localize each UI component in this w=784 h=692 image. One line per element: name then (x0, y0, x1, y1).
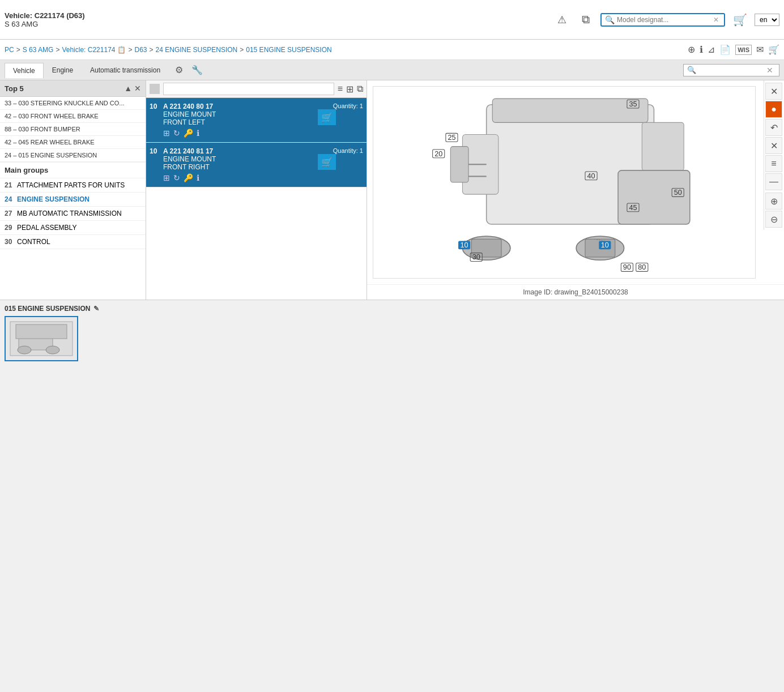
part-row-2[interactable]: 10 A 221 240 81 17 ENGINE MOUNT FRONT RI… (146, 143, 367, 187)
sep5: > (240, 46, 244, 54)
wis-icon[interactable]: WIS (735, 45, 752, 55)
sep1: > (16, 46, 20, 54)
parts-expand-icon[interactable]: ⧉ (357, 84, 363, 94)
top-bar-actions: ⚠ ⧉ 🔍 ✕ 🛒 en (553, 11, 779, 29)
breadcrumb-vehicle[interactable]: Vehicle: C221174 (62, 46, 115, 54)
image-caption: Image ID: drawing_B24015000238 (367, 284, 784, 300)
top5-header: Top 5 ▲ ✕ (0, 80, 146, 97)
zoom-in-icon[interactable]: ⊕ (688, 44, 695, 55)
part-name-1: ENGINE MOUNT (163, 110, 318, 118)
img-cross-icon[interactable]: ✕ (765, 137, 782, 154)
model-search-input[interactable] (617, 16, 713, 24)
img-close-icon[interactable]: ✕ (765, 83, 782, 100)
top5-item-5[interactable]: 24 – 015 ENGINE SUSPENSION (0, 149, 146, 162)
cart-btn-2[interactable]: 🛒 (318, 154, 336, 170)
bc-cart-icon[interactable]: 🛒 (768, 44, 779, 55)
zoom-in-btn[interactable]: ⊕ (765, 193, 782, 210)
content-area: Top 5 ▲ ✕ 33 – 030 STEERING KNUCKLE AND … (0, 80, 784, 366)
search-clear-icon[interactable]: ✕ (713, 16, 719, 24)
tab-bar: Vehicle Engine Automatic transmission ⚙ … (0, 60, 784, 80)
top5-item-2[interactable]: 42 – 030 FRONT WHEEL BRAKE (0, 110, 146, 123)
svg-text:45: 45 (629, 204, 637, 212)
part-key-icon-1[interactable]: 🔑 (184, 129, 193, 138)
breadcrumb-d63[interactable]: D63 (135, 46, 147, 54)
part-info-icon-2[interactable]: ℹ (197, 173, 199, 182)
vehicle-info: Vehicle: C221174 (D63) S 63 AMG (5, 11, 85, 28)
copy-icon[interactable]: ⧉ (577, 11, 595, 29)
copy-small-icon[interactable]: 📋 (117, 46, 126, 54)
part-key-icon-2[interactable]: 🔑 (184, 173, 193, 182)
top5-title: Top 5 (5, 84, 24, 93)
tab-bar-search: 🔍 ✕ (683, 64, 779, 76)
svg-text:10: 10 (601, 241, 609, 249)
group-item-27[interactable]: 27 MB AUTOMATIC TRANSMISSION (0, 207, 146, 221)
filter-icon[interactable]: ⊿ (708, 44, 715, 55)
breadcrumb-015[interactable]: 015 ENGINE SUSPENSION (246, 46, 331, 54)
tab-icon-gear[interactable]: ⚙ (171, 62, 187, 78)
svg-text:25: 25 (448, 134, 455, 142)
top5-item-1[interactable]: 33 – 030 STEERING KNUCKLE AND CO... (0, 97, 146, 110)
svg-text:50: 50 (674, 189, 682, 197)
tab-engine[interactable]: Engine (44, 62, 82, 78)
tab-vehicle[interactable]: Vehicle (5, 63, 44, 78)
part-refresh-icon-1[interactable]: ↻ (173, 129, 180, 138)
top5-item-3[interactable]: 88 – 030 FRONT BUMPER (0, 123, 146, 136)
group-item-30[interactable]: 30 CONTROL (0, 235, 146, 249)
breadcrumb: PC > S 63 AMG > Vehicle: C221174 📋 > D63… (5, 46, 332, 54)
breadcrumb-24[interactable]: 24 ENGINE SUSPENSION (156, 46, 238, 54)
part-info-icon-1[interactable]: ℹ (197, 129, 199, 138)
tab-search-clear[interactable]: ✕ (766, 66, 773, 75)
part-variant-2: FRONT RIGHT (163, 163, 318, 171)
svg-text:80: 80 (638, 263, 646, 271)
group-item-24[interactable]: 24 ENGINE SUSPENSION (0, 193, 146, 207)
group-item-29[interactable]: 29 PEDAL ASSEMBLY (0, 221, 146, 235)
sidebar: Top 5 ▲ ✕ 33 – 030 STEERING KNUCKLE AND … (0, 80, 146, 300)
img-history-icon[interactable]: ↶ (765, 119, 782, 136)
img-menu-icon[interactable]: ≡ (765, 155, 782, 172)
sep2: > (56, 46, 59, 54)
tab-search-input[interactable] (698, 66, 766, 74)
bottom-title: 015 ENGINE SUSPENSION ✎ (5, 305, 779, 313)
engine-diagram: 35 25 20 40 45 50 (367, 80, 784, 284)
lang-select[interactable]: en (755, 14, 779, 26)
group-item-21[interactable]: 21 ATTACHMENT PARTS FOR UNITS (0, 178, 146, 193)
parts-grid-icon[interactable]: ⊞ (346, 84, 353, 95)
cart-icon[interactable]: 🛒 (731, 11, 749, 29)
part-grid-icon-2[interactable]: ⊞ (163, 173, 170, 182)
qty-label-2: Quantity: 1 (318, 147, 363, 154)
vehicle-title: Vehicle: C221174 (D63) (5, 11, 85, 20)
tab-icon-wrench[interactable]: 🔧 (189, 62, 205, 78)
parts-list-icon[interactable]: ≡ (338, 84, 343, 94)
part-qty-2: Quantity: 1 🛒 (318, 147, 363, 170)
bottom-edit-icon[interactable]: ✎ (93, 305, 99, 313)
part-refresh-icon-2[interactable]: ↻ (173, 173, 180, 182)
breadcrumb-s63[interactable]: S 63 AMG (23, 46, 54, 54)
tab-automatic-transmission[interactable]: Automatic transmission (82, 62, 169, 78)
top5-close-icon[interactable]: ✕ (134, 84, 141, 93)
breadcrumb-pc[interactable]: PC (5, 46, 14, 54)
top-bar: Vehicle: C221174 (D63) S 63 AMG ⚠ ⧉ 🔍 ✕ … (0, 0, 784, 40)
svg-rect-4 (618, 170, 690, 224)
part-grid-icon-1[interactable]: ⊞ (163, 129, 170, 138)
parts-list: 10 A 221 240 80 17 ENGINE MOUNT FRONT LE… (146, 98, 367, 300)
zoom-out-btn[interactable]: ⊖ (765, 211, 782, 228)
img-color-icon[interactable]: ● (765, 101, 782, 118)
part-name-2: ENGINE MOUNT (163, 155, 318, 163)
parts-search-input[interactable] (163, 83, 334, 95)
top5-collapse-icon[interactable]: ▲ (124, 84, 132, 93)
part-pos-2: 10 (150, 147, 163, 155)
mail-icon[interactable]: ✉ (756, 44, 764, 55)
top5-item-4[interactable]: 42 – 045 REAR WHEEL BRAKE (0, 136, 146, 149)
cart-btn-1[interactable]: 🛒 (318, 109, 336, 125)
part-row-1[interactable]: 10 A 221 240 80 17 ENGINE MOUNT FRONT LE… (146, 98, 367, 143)
img-minus-icon[interactable]: — (765, 173, 782, 190)
breadcrumb-toolbar: ⊕ ℹ ⊿ 📄 WIS ✉ 🛒 (688, 44, 779, 55)
doc-icon[interactable]: 📄 (719, 44, 731, 55)
svg-text:10: 10 (461, 241, 468, 249)
part-variant-1: FRONT LEFT (163, 118, 318, 126)
svg-rect-40 (16, 324, 67, 339)
svg-point-39 (46, 346, 59, 354)
info-icon[interactable]: ℹ (700, 44, 703, 55)
thumbnail-1[interactable] (5, 316, 78, 361)
warning-icon[interactable]: ⚠ (553, 11, 571, 29)
